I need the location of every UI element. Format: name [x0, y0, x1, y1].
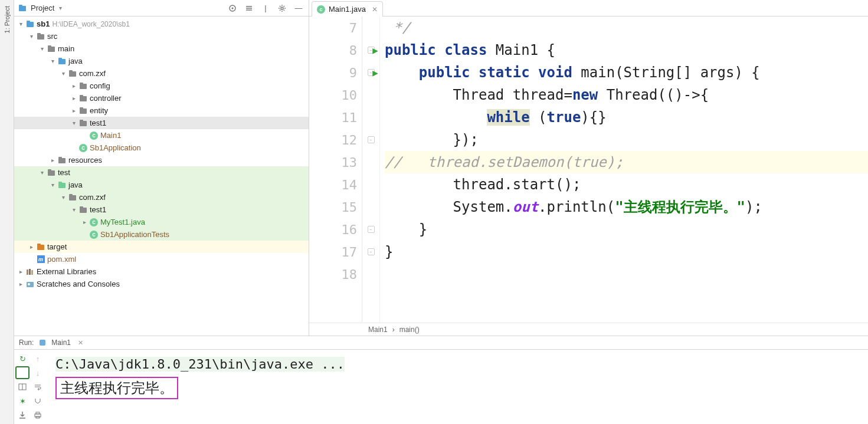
svg-rect-23 [58, 158, 65, 163]
expand-all-icon[interactable] [243, 2, 256, 15]
line-number: 9▶ [309, 61, 362, 84]
down-stack-icon[interactable]: ↓ [31, 366, 45, 379]
class-icon: c [78, 144, 89, 152]
project-panel-title: Project [31, 4, 54, 12]
export-icon[interactable] [15, 409, 30, 422]
breadcrumb-class[interactable]: Main1 [368, 326, 388, 334]
resources-folder-icon [57, 156, 67, 165]
project-view-dropdown[interactable]: ▾ [59, 5, 62, 11]
svg-rect-40 [40, 340, 45, 346]
tree-external-libraries[interactable]: ▸External Libraries [14, 265, 309, 278]
tree-pom[interactable]: ▸mpom.xml [14, 253, 309, 265]
tree-scratches[interactable]: ▸Scratches and Consoles [14, 278, 309, 290]
tree-sb1application[interactable]: ▸cSb1Application [14, 142, 309, 154]
console-output-highlight: 主线程执行完毕。 [55, 377, 178, 399]
svg-rect-26 [48, 169, 51, 171]
soft-wrap-icon[interactable] [31, 380, 45, 393]
tree-pkg-test[interactable]: ▾com.zxf [14, 191, 309, 203]
tree-java-main[interactable]: ▾ java [14, 55, 309, 67]
module-icon [25, 20, 35, 28]
stop-button[interactable] [15, 366, 30, 379]
fold-gutter: - - - - - [362, 17, 380, 323]
gear-icon[interactable] [276, 2, 289, 15]
tree-resources[interactable]: ▸resources [14, 154, 309, 166]
tree-test1-pkg[interactable]: ▾test1 [14, 117, 309, 129]
hide-panel-icon[interactable]: — [292, 2, 305, 15]
svg-rect-0 [19, 6, 26, 11]
tree-test[interactable]: ▾test [14, 166, 309, 179]
source-folder-icon [57, 57, 67, 65]
package-icon [78, 82, 89, 90]
svg-rect-12 [58, 58, 62, 60]
folder-icon [46, 45, 57, 53]
svg-rect-14 [69, 70, 73, 72]
chevron-right-icon: › [392, 326, 395, 334]
run-gutter-icon[interactable]: ▶ [372, 67, 378, 78]
svg-rect-44 [36, 412, 40, 414]
tree-pkg[interactable]: ▾ com.zxf [14, 67, 309, 80]
tree-sb1apptests[interactable]: ▸cSb1ApplicationTests [14, 228, 309, 241]
print-icon[interactable] [31, 409, 45, 422]
svg-rect-11 [58, 59, 65, 64]
svg-rect-32 [80, 206, 83, 208]
panel-divider: | [259, 2, 272, 15]
line-number: 8▶ [309, 39, 362, 61]
class-icon: c [317, 5, 325, 14]
breadcrumb-method[interactable]: main() [399, 326, 420, 334]
run-panel-header: Run: Main1 ✕ [14, 336, 868, 350]
tree-config[interactable]: ▸config [14, 80, 309, 92]
run-console[interactable]: C:\Java\jdk1.8.0_231\bin\java.exe ... 主线… [47, 350, 868, 424]
code-editor[interactable]: */ public class Main1 { public static vo… [380, 17, 868, 323]
line-number: 15 [309, 196, 362, 218]
tree-java-test[interactable]: ▾java [14, 179, 309, 191]
line-number: 18 [309, 263, 362, 285]
svg-rect-30 [69, 194, 73, 196]
fold-toggle-icon[interactable]: - [368, 136, 375, 143]
locate-icon[interactable] [226, 2, 239, 15]
line-number: 17 [309, 241, 362, 263]
editor-tab-label: Main1.java [329, 5, 366, 14]
run-config-name[interactable]: Main1 [51, 338, 71, 347]
package-icon [67, 70, 78, 78]
fold-toggle-icon[interactable]: - [368, 226, 375, 233]
debug-settings-icon[interactable]: ✶ [15, 395, 30, 407]
tree-mytest1[interactable]: ▸cMyTest1.java [14, 216, 309, 228]
line-number: 10 [309, 84, 362, 106]
rerun-icon[interactable]: ↻ [15, 352, 30, 365]
tree-main[interactable]: ▾ main [14, 42, 309, 55]
run-gutter-icon[interactable]: ▶ [372, 45, 378, 56]
svg-rect-1 [19, 5, 22, 6]
svg-rect-13 [69, 71, 76, 77]
tree-src[interactable]: ▾ src [14, 30, 309, 42]
line-number: 7 [309, 17, 362, 39]
layout-icon[interactable] [15, 380, 30, 393]
line-number: 11 [309, 106, 362, 129]
tree-test1-testpkg[interactable]: ▾test1 [14, 203, 309, 216]
tree-controller[interactable]: ▸controller [14, 92, 309, 104]
tree-root[interactable]: ▾ sb1H:\IDEA_work_2020\sb1 [14, 18, 309, 30]
editor-tabs: c Main1.java ✕ [309, 0, 868, 17]
svg-rect-22 [80, 120, 83, 121]
svg-rect-31 [80, 208, 87, 213]
scroll-to-end-icon[interactable] [31, 395, 45, 407]
tree-target[interactable]: ▸target [14, 241, 309, 253]
package-icon [78, 119, 89, 127]
project-tree[interactable]: ▾ sb1H:\IDEA_work_2020\sb1 ▾ src ▾ [14, 17, 309, 336]
fold-toggle-icon[interactable]: - [368, 248, 375, 255]
tree-main1-class[interactable]: ▸cMain1 [14, 129, 309, 142]
package-icon [78, 94, 89, 103]
class-icon: c [89, 132, 99, 140]
tree-entity[interactable]: ▸entity [14, 104, 309, 117]
line-number: 12 [309, 129, 362, 151]
svg-point-39 [28, 283, 30, 285]
editor-tab-main1[interactable]: c Main1.java ✕ [312, 1, 383, 17]
project-panel: Project ▾ | — ▾ sb1H:\IDEA_work_202 [14, 0, 309, 336]
package-icon [78, 107, 89, 115]
svg-rect-34 [37, 244, 41, 245]
excluded-folder-icon [35, 243, 46, 251]
project-tool-tab[interactable]: 1: Project [4, 2, 11, 37]
close-tab-icon[interactable]: ✕ [372, 5, 378, 14]
editor-breadcrumb[interactable]: Main1 › main() [309, 323, 868, 336]
close-run-tab-icon[interactable]: ✕ [78, 339, 83, 347]
up-stack-icon[interactable]: ↑ [31, 352, 45, 365]
